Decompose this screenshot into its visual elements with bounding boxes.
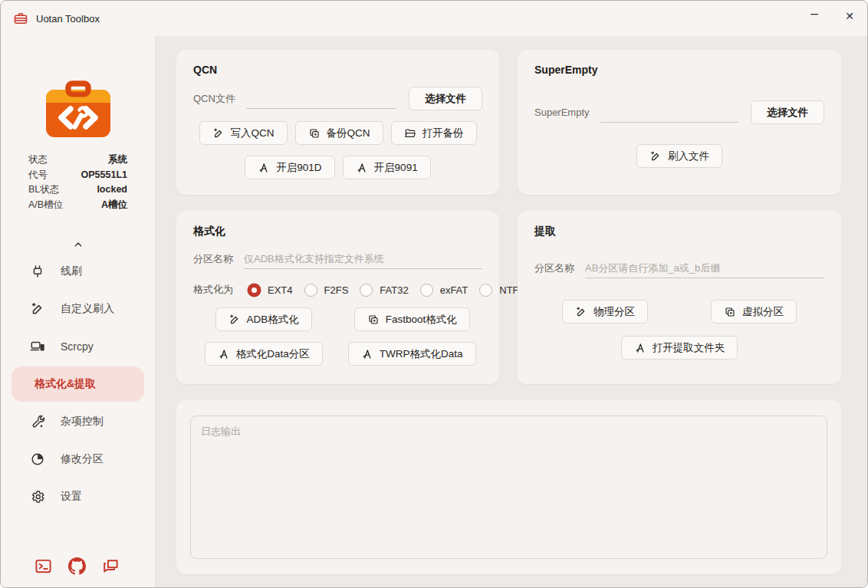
sidebar-item-label: 设置: [61, 490, 82, 504]
extract-card: 提取 分区名称 物理分区 虚拟分区: [518, 211, 841, 384]
superempty-choose-file-button[interactable]: 选择文件: [751, 100, 824, 124]
letter-a-icon: [356, 162, 368, 174]
uotan-toolbox-logo: [43, 80, 113, 139]
adb-format-button[interactable]: ADB格式化: [215, 307, 312, 331]
edit-pencil-icon: [229, 314, 241, 326]
letter-a-icon: [361, 348, 373, 360]
sidebar-item-label: 线刷: [61, 264, 82, 278]
terminal-icon[interactable]: [35, 557, 52, 575]
format-data-button[interactable]: 格式化Data分区: [205, 342, 323, 366]
main-content: QCN QCN文件 选择文件 写入QCN: [156, 36, 867, 587]
fastboot-format-button[interactable]: Fastboot格式化: [354, 307, 470, 331]
radio-circle: [304, 284, 317, 297]
status-row-state: 状态 系统: [28, 153, 127, 168]
radio-ext4[interactable]: EXT4: [248, 284, 293, 297]
radio-f2fs[interactable]: F2FS: [304, 284, 349, 297]
device-status-panel: 状态 系统 代号 OP5551L1 BL状态 locked A/B槽位 A槽位: [1, 153, 155, 212]
radio-exfat[interactable]: exFAT: [420, 284, 469, 297]
title-bar: Uotan Toolbox – ✕: [1, 1, 867, 36]
write-qcn-button[interactable]: 写入QCN: [199, 121, 288, 145]
edit-pencil-icon: [649, 150, 662, 163]
sidebar: 状态 系统 代号 OP5551L1 BL状态 locked A/B槽位 A槽位: [1, 36, 156, 587]
status-label: BL状态: [28, 182, 59, 198]
sidebar-item-custom-flash[interactable]: 自定义刷入: [12, 291, 144, 327]
sidebar-item-settings[interactable]: 设置: [12, 479, 144, 514]
superempty-card-title: SuperEmpty: [534, 64, 824, 76]
radio-fat32[interactable]: FAT32: [360, 284, 408, 297]
edit-pencil-icon: [30, 301, 45, 317]
radio-circle: [360, 284, 373, 297]
sidebar-item-label: Scrcpy: [61, 340, 94, 353]
cable-icon: [30, 264, 45, 279]
minimize-button[interactable]: –: [797, 1, 832, 31]
status-row-bootloader: BL状态 locked: [28, 182, 127, 198]
close-button[interactable]: ✕: [832, 1, 867, 31]
superempty-file-label: SuperEmpty: [534, 107, 590, 118]
open-backup-button[interactable]: 打开备份: [391, 121, 477, 145]
format-card-title: 格式化: [193, 225, 482, 238]
sidebar-item-label: 杂项控制: [61, 415, 104, 429]
sidebar-item-format-extract[interactable]: 格式化&提取: [12, 366, 144, 402]
status-label: 状态: [28, 153, 48, 168]
sidebar-footer: [1, 557, 155, 587]
sidebar-item-modify-partition[interactable]: 修改分区: [12, 442, 144, 477]
copy-backup-icon: [367, 314, 380, 326]
window-controls: – ✕: [797, 1, 867, 36]
sidebar-item-scrcpy[interactable]: Scrcpy: [12, 329, 144, 364]
qcn-choose-file-button[interactable]: 选择文件: [409, 87, 482, 110]
sidebar-nav: 线刷 自定义刷入 Scrcpy 格式化&提取 杂项控制: [1, 254, 155, 517]
status-value: A槽位: [101, 198, 127, 213]
status-value: 系统: [108, 153, 127, 168]
letter-a-icon: [634, 342, 646, 354]
backup-qcn-button[interactable]: 备份QCN: [295, 121, 383, 145]
status-value: locked: [97, 182, 127, 198]
radio-circle: [479, 284, 492, 297]
filesystem-radio-group: 格式化为 EXT4 F2FS FAT32: [193, 283, 482, 297]
letter-a-icon: [258, 162, 270, 174]
enable-9091-button[interactable]: 开启9091: [343, 156, 431, 179]
twrp-format-data-button[interactable]: TWRP格式化Data: [348, 342, 476, 366]
sidebar-item-label: 格式化&提取: [35, 377, 96, 391]
status-row-codename: 代号 OP5551L1: [28, 168, 127, 183]
letter-a-icon: [218, 348, 230, 360]
nav-collapse-button[interactable]: [67, 238, 89, 251]
github-icon[interactable]: [68, 557, 86, 575]
log-output-area[interactable]: [190, 416, 827, 559]
radio-circle: [420, 284, 433, 297]
superempty-card: SuperEmpty SuperEmpty 选择文件 刷入文件: [518, 50, 841, 195]
copy-backup-icon: [724, 306, 736, 318]
qcn-file-input[interactable]: [246, 89, 396, 109]
qcn-file-label: QCN文件: [193, 92, 235, 106]
flash-file-button[interactable]: 刷入文件: [636, 144, 722, 168]
sidebar-item-misc-control[interactable]: 杂项控制: [12, 404, 144, 439]
screen-mirror-icon: [30, 339, 45, 354]
chat-icon[interactable]: [102, 557, 120, 575]
enable-901d-button[interactable]: 开启901D: [245, 156, 334, 179]
window-title: Uotan Toolbox: [36, 13, 100, 25]
status-label: 代号: [28, 168, 48, 183]
pie-chart-icon: [30, 452, 45, 467]
extract-partition-label: 分区名称: [534, 261, 574, 275]
log-card: [176, 400, 841, 574]
superempty-file-input[interactable]: [600, 103, 738, 123]
app-window: Uotan Toolbox – ✕: [0, 0, 868, 588]
radio-circle: [248, 284, 261, 297]
edit-pencil-icon: [212, 127, 225, 140]
physical-partition-button[interactable]: 物理分区: [562, 300, 648, 324]
chevron-up-icon: [72, 238, 84, 251]
format-partition-input[interactable]: [244, 249, 482, 269]
sidebar-item-label: 自定义刷入: [61, 302, 114, 316]
status-row-slot: A/B槽位 A槽位: [28, 198, 127, 213]
status-value: OP5551L1: [81, 168, 127, 183]
qcn-card: QCN QCN文件 选择文件 写入QCN: [176, 50, 499, 195]
extract-partition-input[interactable]: [585, 258, 824, 278]
status-label: A/B槽位: [28, 198, 63, 213]
format-partition-label: 分区名称: [193, 252, 233, 266]
sidebar-item-flash[interactable]: 线刷: [12, 254, 144, 289]
copy-backup-icon: [308, 127, 321, 140]
sidebar-item-label: 修改分区: [61, 452, 104, 466]
qcn-card-title: QCN: [193, 64, 482, 76]
virtual-partition-button[interactable]: 虚拟分区: [711, 300, 797, 324]
format-as-label: 格式化为: [193, 283, 233, 297]
open-extract-folder-button[interactable]: 打开提取文件夹: [621, 336, 738, 360]
